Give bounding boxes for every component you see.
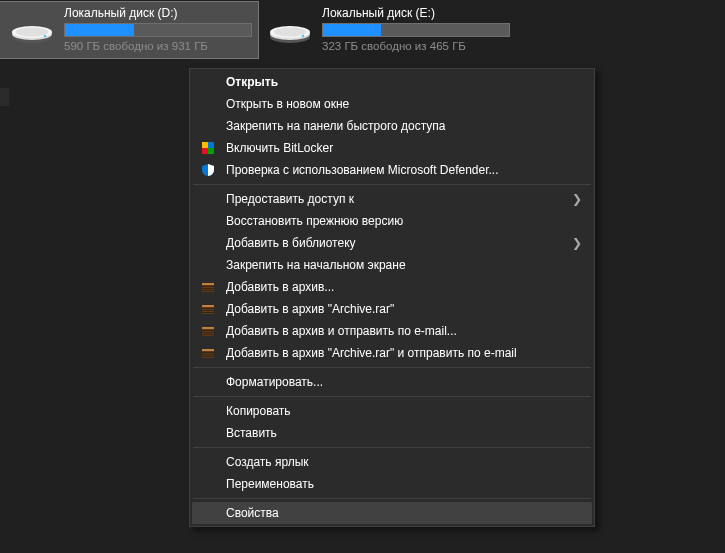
drive-free-text: 590 ГБ свободно из 931 ГБ xyxy=(64,40,252,52)
menu-rename[interactable]: Переименовать xyxy=(192,473,592,495)
menu-give-access[interactable]: Предоставить доступ к ❯ xyxy=(192,188,592,210)
menu-paste[interactable]: Вставить xyxy=(192,422,592,444)
svg-point-9 xyxy=(302,35,304,37)
menu-label: Форматировать... xyxy=(226,375,323,389)
menu-pin-start[interactable]: Закрепить на начальном экране xyxy=(192,254,592,276)
menu-label: Открыть в новом окне xyxy=(226,97,349,111)
menu-label: Восстановить прежнюю версию xyxy=(226,214,403,228)
menu-label: Создать ярлык xyxy=(226,455,309,469)
menu-label: Закрепить на начальном экране xyxy=(226,258,406,272)
svg-point-3 xyxy=(16,28,48,37)
svg-rect-31 xyxy=(202,352,214,353)
menu-separator xyxy=(193,184,591,185)
sidebar-edge xyxy=(0,88,9,106)
shield-icon xyxy=(200,162,216,178)
drives-row: Локальный диск (D:) 590 ГБ свободно из 9… xyxy=(0,0,725,58)
drive-free-text: 323 ГБ свободно из 465 ГБ xyxy=(322,40,510,52)
menu-label: Проверка с использованием Microsoft Defe… xyxy=(226,163,499,177)
menu-add-archive-email[interactable]: Добавить в архив и отправить по e-mail..… xyxy=(192,320,592,342)
chevron-right-icon: ❯ xyxy=(572,192,582,206)
drive-info: Локальный диск (E:) 323 ГБ свободно из 4… xyxy=(322,6,510,52)
svg-rect-30 xyxy=(202,349,214,351)
drive-label: Локальный диск (E:) xyxy=(322,6,510,20)
svg-rect-12 xyxy=(202,148,208,154)
svg-rect-18 xyxy=(202,290,214,291)
svg-rect-16 xyxy=(202,286,214,287)
menu-label: Добавить в архив и отправить по e-mail..… xyxy=(226,324,457,338)
svg-rect-13 xyxy=(208,148,214,154)
menu-bitlocker[interactable]: Включить BitLocker xyxy=(192,137,592,159)
menu-separator xyxy=(193,396,591,397)
drive-d[interactable]: Локальный диск (D:) 590 ГБ свободно из 9… xyxy=(0,2,258,58)
menu-label: Предоставить доступ к xyxy=(226,192,354,206)
svg-rect-17 xyxy=(202,288,214,289)
menu-add-archive[interactable]: Добавить в архив... xyxy=(192,276,592,298)
winrar-icon xyxy=(200,301,216,317)
menu-separator xyxy=(193,367,591,368)
svg-rect-33 xyxy=(202,356,214,357)
svg-rect-32 xyxy=(202,354,214,355)
drive-usage-bar xyxy=(64,23,252,37)
svg-rect-15 xyxy=(202,283,214,285)
svg-rect-10 xyxy=(202,142,208,148)
winrar-icon xyxy=(200,279,216,295)
menu-separator xyxy=(193,498,591,499)
menu-label: Свойства xyxy=(226,506,279,520)
menu-properties[interactable]: Свойства xyxy=(192,502,592,524)
svg-rect-28 xyxy=(202,334,214,335)
bitlocker-icon xyxy=(200,140,216,156)
menu-add-archive-named[interactable]: Добавить в архив "Archive.rar" xyxy=(192,298,592,320)
drive-usage-fill xyxy=(323,24,381,36)
svg-point-4 xyxy=(44,35,46,37)
drive-info: Локальный диск (D:) 590 ГБ свободно из 9… xyxy=(64,6,252,52)
svg-rect-21 xyxy=(202,308,214,309)
svg-rect-22 xyxy=(202,310,214,311)
menu-label: Переименовать xyxy=(226,477,314,491)
svg-point-8 xyxy=(274,28,306,37)
svg-rect-26 xyxy=(202,330,214,331)
svg-rect-20 xyxy=(202,305,214,307)
menu-add-archive-named-email[interactable]: Добавить в архив "Archive.rar" и отправи… xyxy=(192,342,592,364)
menu-add-library[interactable]: Добавить в библиотеку ❯ xyxy=(192,232,592,254)
menu-copy[interactable]: Копировать xyxy=(192,400,592,422)
menu-label: Добавить в библиотеку xyxy=(226,236,356,250)
svg-rect-25 xyxy=(202,327,214,329)
menu-label: Вставить xyxy=(226,426,277,440)
menu-pin-quick-access[interactable]: Закрепить на панели быстрого доступа xyxy=(192,115,592,137)
menu-create-shortcut[interactable]: Создать ярлык xyxy=(192,451,592,473)
menu-restore-previous[interactable]: Восстановить прежнюю версию xyxy=(192,210,592,232)
menu-label: Открыть xyxy=(226,75,278,89)
menu-open[interactable]: Открыть xyxy=(192,71,592,93)
drive-e[interactable]: Локальный диск (E:) 323 ГБ свободно из 4… xyxy=(258,2,516,58)
context-menu: Открыть Открыть в новом окне Закрепить н… xyxy=(189,68,595,527)
drive-usage-fill xyxy=(65,24,134,36)
menu-separator xyxy=(193,447,591,448)
chevron-right-icon: ❯ xyxy=(572,236,582,250)
menu-format[interactable]: Форматировать... xyxy=(192,371,592,393)
menu-label: Добавить в архив... xyxy=(226,280,334,294)
menu-defender-scan[interactable]: Проверка с использованием Microsoft Defe… xyxy=(192,159,592,181)
winrar-icon xyxy=(200,345,216,361)
hard-drive-icon xyxy=(268,13,312,45)
svg-rect-27 xyxy=(202,332,214,333)
svg-rect-23 xyxy=(202,312,214,313)
menu-label: Включить BitLocker xyxy=(226,141,333,155)
menu-open-new-window[interactable]: Открыть в новом окне xyxy=(192,93,592,115)
svg-rect-11 xyxy=(208,142,214,148)
menu-label: Добавить в архив "Archive.rar" xyxy=(226,302,394,316)
menu-label: Копировать xyxy=(226,404,291,418)
hard-drive-icon xyxy=(10,13,54,45)
menu-label: Добавить в архив "Archive.rar" и отправи… xyxy=(226,346,517,360)
winrar-icon xyxy=(200,323,216,339)
menu-label: Закрепить на панели быстрого доступа xyxy=(226,119,446,133)
drive-label: Локальный диск (D:) xyxy=(64,6,252,20)
drive-usage-bar xyxy=(322,23,510,37)
